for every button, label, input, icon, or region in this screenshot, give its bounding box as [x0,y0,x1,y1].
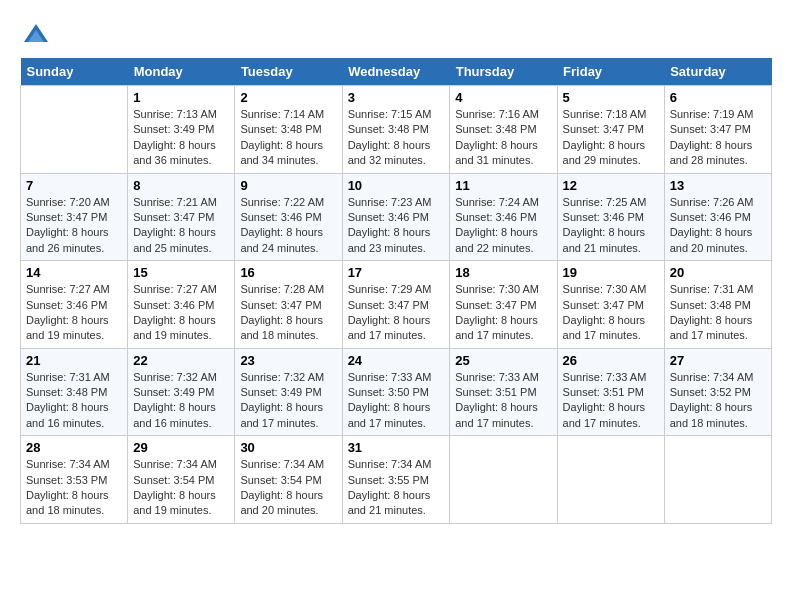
day-number: 5 [563,90,659,105]
daylight: Daylight: 8 hours and 28 minutes. [670,139,753,166]
sunrise: Sunrise: 7:24 AM [455,196,539,208]
day-number: 13 [670,178,766,193]
weekday-header-wednesday: Wednesday [342,58,450,86]
sunset: Sunset: 3:52 PM [670,386,751,398]
day-info: Sunrise: 7:34 AM Sunset: 3:54 PM Dayligh… [133,457,229,519]
calendar-cell: 13 Sunrise: 7:26 AM Sunset: 3:46 PM Dayl… [664,173,771,261]
day-info: Sunrise: 7:32 AM Sunset: 3:49 PM Dayligh… [240,370,336,432]
day-number: 14 [26,265,122,280]
daylight: Daylight: 8 hours and 17 minutes. [455,401,538,428]
daylight: Daylight: 8 hours and 23 minutes. [348,226,431,253]
calendar-cell: 1 Sunrise: 7:13 AM Sunset: 3:49 PM Dayli… [128,86,235,174]
calendar-cell: 24 Sunrise: 7:33 AM Sunset: 3:50 PM Dayl… [342,348,450,436]
day-info: Sunrise: 7:13 AM Sunset: 3:49 PM Dayligh… [133,107,229,169]
sunset: Sunset: 3:46 PM [563,211,644,223]
page-header [20,20,772,48]
calendar-cell: 27 Sunrise: 7:34 AM Sunset: 3:52 PM Dayl… [664,348,771,436]
daylight: Daylight: 8 hours and 16 minutes. [26,401,109,428]
sunrise: Sunrise: 7:33 AM [348,371,432,383]
weekday-header-friday: Friday [557,58,664,86]
daylight: Daylight: 8 hours and 32 minutes. [348,139,431,166]
sunset: Sunset: 3:54 PM [133,474,214,486]
sunset: Sunset: 3:48 PM [26,386,107,398]
daylight: Daylight: 8 hours and 17 minutes. [670,314,753,341]
calendar-week-row: 28 Sunrise: 7:34 AM Sunset: 3:53 PM Dayl… [21,436,772,524]
day-info: Sunrise: 7:33 AM Sunset: 3:51 PM Dayligh… [455,370,551,432]
day-number: 29 [133,440,229,455]
day-number: 18 [455,265,551,280]
daylight: Daylight: 8 hours and 19 minutes. [26,314,109,341]
day-info: Sunrise: 7:33 AM Sunset: 3:50 PM Dayligh… [348,370,445,432]
sunset: Sunset: 3:46 PM [240,211,321,223]
calendar-cell: 20 Sunrise: 7:31 AM Sunset: 3:48 PM Dayl… [664,261,771,349]
day-info: Sunrise: 7:27 AM Sunset: 3:46 PM Dayligh… [133,282,229,344]
sunrise: Sunrise: 7:34 AM [26,458,110,470]
daylight: Daylight: 8 hours and 34 minutes. [240,139,323,166]
sunset: Sunset: 3:51 PM [455,386,536,398]
sunrise: Sunrise: 7:34 AM [133,458,217,470]
sunset: Sunset: 3:47 PM [670,123,751,135]
day-number: 10 [348,178,445,193]
calendar-cell: 28 Sunrise: 7:34 AM Sunset: 3:53 PM Dayl… [21,436,128,524]
day-info: Sunrise: 7:18 AM Sunset: 3:47 PM Dayligh… [563,107,659,169]
daylight: Daylight: 8 hours and 17 minutes. [240,401,323,428]
sunset: Sunset: 3:51 PM [563,386,644,398]
sunrise: Sunrise: 7:22 AM [240,196,324,208]
sunset: Sunset: 3:47 PM [455,299,536,311]
day-info: Sunrise: 7:30 AM Sunset: 3:47 PM Dayligh… [563,282,659,344]
daylight: Daylight: 8 hours and 17 minutes. [455,314,538,341]
day-info: Sunrise: 7:34 AM Sunset: 3:52 PM Dayligh… [670,370,766,432]
sunrise: Sunrise: 7:19 AM [670,108,754,120]
calendar-cell [664,436,771,524]
sunrise: Sunrise: 7:29 AM [348,283,432,295]
daylight: Daylight: 8 hours and 17 minutes. [348,314,431,341]
day-number: 3 [348,90,445,105]
calendar-cell: 5 Sunrise: 7:18 AM Sunset: 3:47 PM Dayli… [557,86,664,174]
sunset: Sunset: 3:46 PM [455,211,536,223]
calendar-cell: 29 Sunrise: 7:34 AM Sunset: 3:54 PM Dayl… [128,436,235,524]
sunrise: Sunrise: 7:34 AM [670,371,754,383]
day-number: 2 [240,90,336,105]
weekday-header-tuesday: Tuesday [235,58,342,86]
day-number: 23 [240,353,336,368]
sunset: Sunset: 3:49 PM [133,386,214,398]
day-number: 31 [348,440,445,455]
sunrise: Sunrise: 7:27 AM [133,283,217,295]
sunset: Sunset: 3:53 PM [26,474,107,486]
weekday-header-sunday: Sunday [21,58,128,86]
logo-icon [22,20,50,48]
calendar-cell: 2 Sunrise: 7:14 AM Sunset: 3:48 PM Dayli… [235,86,342,174]
sunrise: Sunrise: 7:33 AM [563,371,647,383]
sunrise: Sunrise: 7:13 AM [133,108,217,120]
sunset: Sunset: 3:47 PM [348,299,429,311]
sunset: Sunset: 3:48 PM [670,299,751,311]
calendar-week-row: 14 Sunrise: 7:27 AM Sunset: 3:46 PM Dayl… [21,261,772,349]
daylight: Daylight: 8 hours and 22 minutes. [455,226,538,253]
calendar-cell: 14 Sunrise: 7:27 AM Sunset: 3:46 PM Dayl… [21,261,128,349]
sunrise: Sunrise: 7:16 AM [455,108,539,120]
sunrise: Sunrise: 7:31 AM [670,283,754,295]
calendar-cell: 26 Sunrise: 7:33 AM Sunset: 3:51 PM Dayl… [557,348,664,436]
day-info: Sunrise: 7:24 AM Sunset: 3:46 PM Dayligh… [455,195,551,257]
calendar-cell: 19 Sunrise: 7:30 AM Sunset: 3:47 PM Dayl… [557,261,664,349]
daylight: Daylight: 8 hours and 26 minutes. [26,226,109,253]
day-number: 30 [240,440,336,455]
sunset: Sunset: 3:54 PM [240,474,321,486]
day-info: Sunrise: 7:33 AM Sunset: 3:51 PM Dayligh… [563,370,659,432]
sunset: Sunset: 3:49 PM [133,123,214,135]
calendar-cell: 10 Sunrise: 7:23 AM Sunset: 3:46 PM Dayl… [342,173,450,261]
day-info: Sunrise: 7:21 AM Sunset: 3:47 PM Dayligh… [133,195,229,257]
day-number: 20 [670,265,766,280]
calendar-cell: 9 Sunrise: 7:22 AM Sunset: 3:46 PM Dayli… [235,173,342,261]
sunrise: Sunrise: 7:28 AM [240,283,324,295]
daylight: Daylight: 8 hours and 24 minutes. [240,226,323,253]
day-info: Sunrise: 7:19 AM Sunset: 3:47 PM Dayligh… [670,107,766,169]
weekday-header-saturday: Saturday [664,58,771,86]
day-number: 8 [133,178,229,193]
day-number: 24 [348,353,445,368]
daylight: Daylight: 8 hours and 17 minutes. [348,401,431,428]
sunrise: Sunrise: 7:34 AM [240,458,324,470]
day-info: Sunrise: 7:31 AM Sunset: 3:48 PM Dayligh… [670,282,766,344]
day-number: 17 [348,265,445,280]
weekday-header-thursday: Thursday [450,58,557,86]
